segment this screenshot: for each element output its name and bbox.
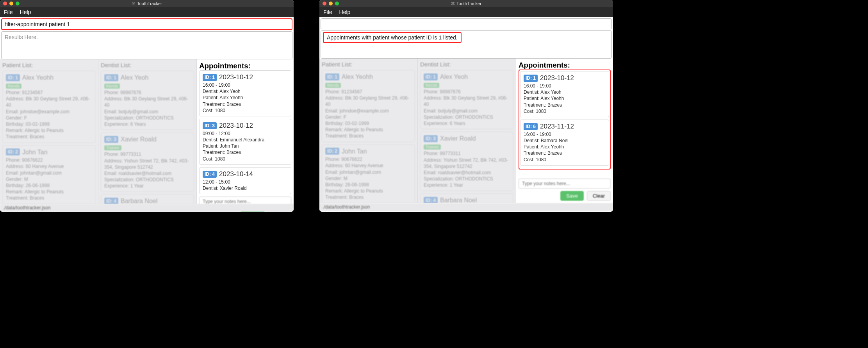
patient-card[interactable]: ID: 1Alex YeohhfriendsPhone: 91234567Add… bbox=[322, 70, 415, 142]
menu-file[interactable]: File bbox=[4, 9, 13, 15]
id-chip: ID: 1 bbox=[325, 73, 339, 80]
appointment-detail-line: Dentist: Barbara Noel bbox=[524, 137, 606, 144]
dentist-card[interactable]: ID: 4Barbara NoelPhone: 93349795Address:… bbox=[101, 194, 194, 204]
appointment-detail-line: 16:00 - 19:00 bbox=[524, 131, 606, 137]
dentist-card[interactable]: ID: 3Xavier RoaldTraineePhone: 99773311A… bbox=[420, 132, 513, 191]
titlebar: ToothTracker bbox=[319, 0, 613, 7]
patient-detail-line: Gender: F bbox=[6, 115, 92, 121]
dentist-name: Alex Yeoh bbox=[440, 73, 468, 81]
patient-detail-line: Address: 60 Harvey Avenue bbox=[6, 163, 92, 170]
appointment-detail-line: Treatment: Braces bbox=[524, 150, 606, 156]
appointment-detail-line: Cost: 1080 bbox=[203, 107, 288, 114]
patient-detail-line: Address: Blk 30 Geylang Street 29, #06-4… bbox=[325, 95, 412, 107]
dentist-card[interactable]: ID: 3Xavier RoaldTraineePhone: 99773311A… bbox=[101, 132, 194, 192]
patient-detail-line: Remark: Allergic to Peanuts bbox=[6, 127, 92, 134]
appointment-detail-line: Treatment: Braces bbox=[524, 102, 606, 108]
patient-detail-line: Birthday: 03-02-1999 bbox=[6, 121, 92, 127]
patient-detail-line: Phone: 91234567 bbox=[6, 89, 92, 96]
appointment-detail-line: Cost: 1080 bbox=[524, 157, 606, 163]
appointment-detail-line: Treatment: Braces bbox=[203, 101, 288, 107]
appointment-card[interactable]: ID: 12023-10-1216:00 - 19:00Dentist: Ale… bbox=[199, 70, 291, 116]
patient-detail-line: Address: Blk 30 Geylang Street 29, #06-4… bbox=[6, 96, 92, 108]
patient-detail-line: Treatment: Braces bbox=[325, 133, 412, 139]
tag-chip: friends bbox=[424, 83, 439, 88]
dentist-card[interactable]: ID: 1Alex YeohfriendsPhone: 98987676Addr… bbox=[420, 70, 513, 129]
dentist-detail-line: Specialization: ORTHODONTICS bbox=[424, 114, 510, 120]
appointment-date: 2023-10-12 bbox=[540, 74, 574, 83]
patient-detail-line: Phone: 90676622 bbox=[325, 156, 412, 162]
clear-button[interactable]: Clear bbox=[587, 191, 611, 201]
appointment-detail-line: Patient: Alex Yeohh bbox=[203, 95, 288, 101]
appointment-detail-line: Treatment: Braces bbox=[203, 149, 288, 155]
dentist-name: Xavier Roald bbox=[121, 135, 157, 144]
maximize-icon[interactable] bbox=[16, 2, 20, 5]
tag-chip: friends bbox=[104, 84, 120, 89]
dentist-detail-line: Specialization: ORTHODONTICS bbox=[104, 177, 191, 183]
dentist-list-column: Dentist List:ID: 1Alex YeohfriendsPhone:… bbox=[418, 59, 516, 203]
dentist-detail-line: Phone: 99773311 bbox=[424, 150, 510, 157]
close-icon[interactable] bbox=[3, 2, 7, 5]
appointment-detail-line: 09:00 - 12:00 bbox=[203, 130, 288, 137]
close-icon[interactable] bbox=[323, 2, 326, 5]
tag-chip: friends bbox=[6, 84, 21, 89]
appointment-card[interactable]: ID: 32023-10-1209:00 - 12:00Dentist: Emm… bbox=[199, 119, 291, 165]
dentist-detail-line: Address: Blk 30 Geylang Street 29, #06-4… bbox=[104, 96, 191, 108]
dentist-detail-line: Email: roaldsavier@hotmail.com bbox=[424, 170, 510, 176]
patient-detail-line: Phone: 90676622 bbox=[6, 157, 92, 163]
patient-detail-line: Remark: Allergic to Peanuts bbox=[325, 127, 412, 133]
menu-file[interactable]: File bbox=[323, 9, 332, 15]
patient-card[interactable]: ID: 2John TanPhone: 90676622Address: 60 … bbox=[2, 145, 96, 204]
id-chip: ID: 1 bbox=[104, 74, 118, 81]
traffic-lights bbox=[323, 2, 339, 5]
patient-name: John Tan bbox=[342, 147, 367, 156]
appointments-list: ID: 12023-10-1216:00 - 19:00Dentist: Ale… bbox=[519, 70, 611, 170]
dentist-name: Xavier Roald bbox=[440, 134, 476, 143]
patients-heading: Patient List: bbox=[2, 62, 96, 68]
patient-detail-line: Address: 60 Harvey Avenue bbox=[325, 162, 412, 169]
save-button[interactable]: Save bbox=[560, 191, 584, 201]
dentist-detail-line: Email: roaldsavier@hotmail.com bbox=[104, 170, 191, 177]
patient-detail-line: Remark: Allergic to Peanuts bbox=[325, 188, 412, 194]
dentist-detail-line: Experience: 6 Years bbox=[104, 121, 191, 127]
appointment-card[interactable]: ID: 12023-10-1216:00 - 19:00Dentist: Ale… bbox=[520, 71, 609, 117]
appointment-detail-line: Cost: 1080 bbox=[524, 108, 606, 114]
maximize-icon[interactable] bbox=[335, 2, 339, 5]
dentist-card[interactable]: ID: 4Barbara NoelPhone: 93349795Address:… bbox=[420, 193, 513, 203]
minimize-icon[interactable] bbox=[9, 2, 13, 5]
patient-list-column: Patient List:ID: 1Alex YeohhfriendsPhone… bbox=[319, 59, 418, 203]
patients-heading: Patient List: bbox=[322, 61, 415, 68]
appointments-heading: Appointments: bbox=[199, 62, 291, 70]
dentist-card[interactable]: ID: 1Alex YeohfriendsPhone: 98987676Addr… bbox=[101, 71, 194, 130]
appointment-detail-line: Cost: 1080 bbox=[203, 156, 288, 162]
appointment-date: 2023-10-14 bbox=[219, 170, 253, 179]
dentist-detail-line: Experience: 6 Years bbox=[424, 120, 510, 127]
minimize-icon[interactable] bbox=[329, 2, 333, 5]
appointment-detail-line: Dentist: Alex Yeoh bbox=[524, 89, 606, 95]
menu-help[interactable]: Help bbox=[339, 9, 351, 15]
id-chip: ID: 1 bbox=[524, 75, 538, 82]
status-bar: ./data/toothtracker.json bbox=[0, 204, 294, 212]
appointment-date: 2023-10-12 bbox=[219, 121, 253, 130]
menubar: FileHelp bbox=[0, 7, 294, 17]
dentist-detail-line: Email: botjuly@gmail.com bbox=[104, 109, 191, 115]
appointment-card[interactable]: ID: 62023-11-1216:00 - 19:00Dentist: Bar… bbox=[520, 120, 609, 166]
command-input[interactable] bbox=[321, 18, 612, 29]
tag-chip: friends bbox=[325, 83, 341, 88]
traffic-lights bbox=[3, 2, 20, 5]
patient-card[interactable]: ID: 2John TanPhone: 90676622Address: 60 … bbox=[322, 145, 415, 203]
patient-list-column: Patient List:ID: 1Alex YeohhfriendsPhone… bbox=[0, 59, 98, 204]
id-chip: ID: 3 bbox=[104, 136, 118, 143]
patient-detail-line: Treatment: Braces bbox=[6, 195, 92, 201]
appointment-card[interactable]: ID: 42023-10-1412:00 - 15:00Dentist: Xav… bbox=[199, 167, 291, 194]
notes-input[interactable] bbox=[519, 178, 611, 189]
patient-card[interactable]: ID: 1Alex YeohhfriendsPhone: 91234567Add… bbox=[2, 71, 96, 143]
patient-detail-line: Phone: 91234567 bbox=[325, 89, 412, 95]
dentist-detail-line: Email: botjuly@gmail.com bbox=[424, 108, 510, 114]
dentist-detail-line: Address: Yishun Street 72, Blk 742, #03-… bbox=[104, 158, 191, 170]
id-chip: ID: 3 bbox=[203, 122, 217, 129]
dentist-detail-line: Address: Blk 30 Geylang Street 29, #06-4… bbox=[424, 95, 510, 107]
command-input[interactable] bbox=[1, 18, 292, 30]
id-chip: ID: 2 bbox=[6, 148, 20, 155]
result-text: Appointments with patient whose patient … bbox=[323, 32, 462, 43]
menu-help[interactable]: Help bbox=[20, 9, 31, 15]
